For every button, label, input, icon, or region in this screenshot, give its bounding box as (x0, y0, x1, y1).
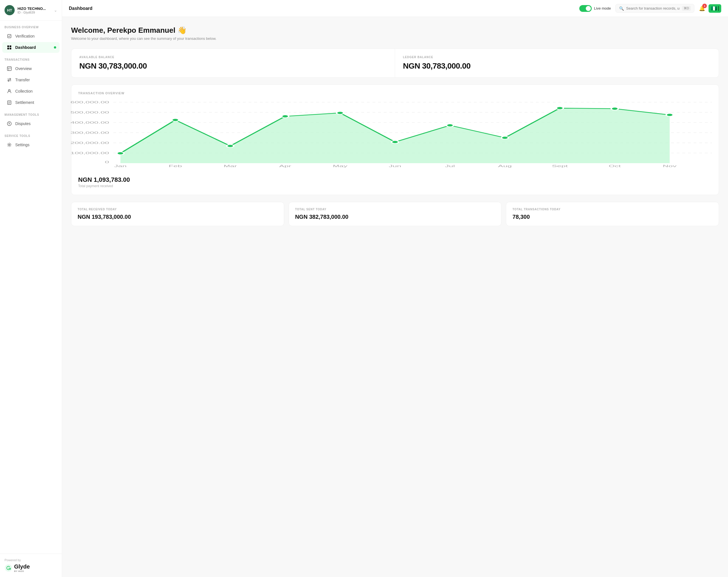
chevron-down-icon: ⌄ (54, 8, 57, 12)
main-content: Dashboard Live mode 🔍 ⌘D 🔔 1 🇳🇬 (62, 0, 728, 577)
transactions-label: TRANSACTIONS (0, 53, 62, 63)
stat-value-sent: NGN 382,783,000.00 (295, 214, 495, 220)
sidebar-item-overview[interactable]: Overview (2, 63, 59, 74)
chart-title: TRANSACTION OVERVIEW (78, 92, 712, 95)
svg-text:Mar: Mar (224, 164, 237, 168)
flag-divider (718, 6, 719, 11)
avatar: HT (4, 5, 15, 15)
stat-label-received: TOTAL RECEIVED TODAY (78, 208, 278, 211)
chart-point-aug (501, 136, 509, 139)
stat-label-transactions: TOTAL TRANSACTIONS TODAY (513, 208, 712, 211)
transaction-chart: 600,000.00 500,000.00 400,000.00 300,000… (78, 99, 712, 167)
svg-text:400,000.00: 400,000.00 (70, 121, 109, 124)
sidebar-item-transfer[interactable]: Transfer (2, 75, 59, 85)
search-icon: 🔍 (619, 6, 624, 11)
svg-rect-1 (7, 46, 9, 47)
page-title: Dashboard (69, 6, 93, 11)
svg-text:Aug: Aug (498, 164, 512, 168)
transfer-icon (7, 77, 12, 82)
dashboard-content: Welcome, Perekpo Emmanuel 👋 Welcome to y… (62, 17, 728, 577)
glyde-logo: Glyde BY HIZO (4, 563, 57, 573)
svg-text:600,000.00: 600,000.00 (70, 100, 109, 104)
collection-icon (7, 89, 12, 94)
settlement-icon (7, 100, 12, 105)
available-balance-card: AVAILABLE BALANCE NGN 30,783,000.00 (71, 49, 395, 77)
chart-total: NGN 1,093,783.00 (78, 176, 712, 183)
chart-point-nov (666, 114, 673, 116)
svg-text:May: May (333, 164, 348, 168)
sidebar-item-collection[interactable]: Collection (2, 86, 59, 97)
notification-bell[interactable]: 🔔 1 (699, 5, 705, 11)
search-input[interactable] (626, 6, 680, 10)
svg-text:Feb: Feb (169, 164, 182, 168)
svg-text:200,000.00: 200,000.00 (70, 141, 109, 145)
svg-point-8 (9, 144, 10, 146)
stats-row: TOTAL RECEIVED TODAY NGN 193,783,000.00 … (71, 202, 719, 226)
active-indicator (54, 46, 56, 49)
sidebar-item-settings[interactable]: Settings (2, 140, 59, 150)
service-label: SERVICE TOOLS (0, 129, 62, 139)
sidebar-item-settlement[interactable]: Settlement (2, 97, 59, 108)
toggle-knob (586, 6, 591, 11)
glyde-brand-sub: BY HIZO (14, 570, 30, 573)
stat-card-transactions: TOTAL TRANSACTIONS TODAY 78,300 (506, 202, 719, 226)
toggle-switch[interactable] (579, 5, 592, 12)
svg-text:Oct: Oct (609, 164, 621, 168)
svg-text:Jan: Jan (114, 164, 127, 168)
chart-point-mar (227, 145, 234, 147)
svg-rect-5 (7, 67, 11, 71)
svg-rect-2 (9, 46, 11, 47)
management-label: MANAGEMENT TOOLS (0, 108, 62, 118)
search-bar[interactable]: 🔍 ⌘D (616, 4, 695, 13)
verification-icon (7, 33, 12, 39)
svg-rect-4 (9, 48, 11, 49)
welcome-title: Welcome, Perekpo Emmanuel 👋 (71, 26, 719, 35)
sidebar-item-disputes[interactable]: Disputes (2, 118, 59, 129)
sidebar-item-label: Dashboard (15, 45, 36, 50)
chart-point-jul (446, 124, 453, 127)
svg-text:Jun: Jun (389, 164, 401, 168)
sidebar-item-verification[interactable]: Verification (2, 31, 59, 42)
stat-value-transactions: 78,300 (513, 214, 712, 220)
svg-text:300,000.00: 300,000.00 (70, 131, 109, 134)
settings-icon (7, 142, 12, 147)
sidebar-item-label: Transfer (15, 78, 30, 82)
chart-area: 600,000.00 500,000.00 400,000.00 300,000… (78, 99, 712, 173)
welcome-subtitle: Welcome to your dashboard, where you can… (71, 36, 719, 41)
svg-text:Jul: Jul (445, 164, 455, 168)
chart-total-label: Total payment received (78, 184, 712, 188)
header-actions: 🔔 1 🇳🇬 (699, 4, 721, 13)
live-mode-label: Live mode (594, 6, 611, 10)
sidebar-item-dashboard[interactable]: Dashboard (2, 42, 59, 53)
dashboard-icon (7, 45, 12, 50)
company-id: ID - Glyd639 (18, 11, 51, 14)
ledger-balance-value: NGN 30,783,000.00 (403, 61, 711, 71)
available-balance-label: AVAILABLE BALANCE (79, 56, 387, 59)
flag-icon: 🇳🇬 (711, 5, 717, 11)
chart-point-apr (282, 115, 289, 118)
language-selector[interactable]: 🇳🇬 (708, 4, 721, 13)
chart-card: TRANSACTION OVERVIEW 600,000.00 500,000.… (71, 84, 719, 195)
svg-point-6 (8, 90, 10, 91)
svg-marker-23 (121, 108, 670, 163)
chart-point-jun (392, 141, 399, 143)
chart-point-may (337, 111, 344, 114)
chart-point-sept (556, 107, 563, 109)
sidebar-item-label: Collection (15, 89, 32, 94)
search-shortcut: ⌘D (682, 6, 691, 11)
live-mode-toggle[interactable]: Live mode (579, 5, 611, 12)
stat-label-sent: TOTAL SENT TODAY (295, 208, 495, 211)
glyde-brand-icon (4, 564, 12, 572)
sidebar-item-label: Disputes (15, 121, 30, 126)
stat-card-received: TOTAL RECEIVED TODAY NGN 193,783,000.00 (71, 202, 284, 226)
svg-text:500,000.00: 500,000.00 (70, 111, 109, 114)
sidebar-item-label: Overview (15, 66, 32, 71)
company-name: HIZO TECHNO... (18, 6, 51, 11)
stat-value-received: NGN 193,783,000.00 (78, 214, 278, 220)
overview-icon (7, 66, 12, 71)
svg-text:Apr: Apr (279, 164, 291, 168)
svg-rect-3 (7, 48, 9, 49)
company-info: HIZO TECHNO... ID - Glyd639 (18, 6, 51, 14)
chart-point-jan (117, 152, 124, 155)
company-logo[interactable]: HT HIZO TECHNO... ID - Glyd639 ⌄ (0, 0, 62, 21)
